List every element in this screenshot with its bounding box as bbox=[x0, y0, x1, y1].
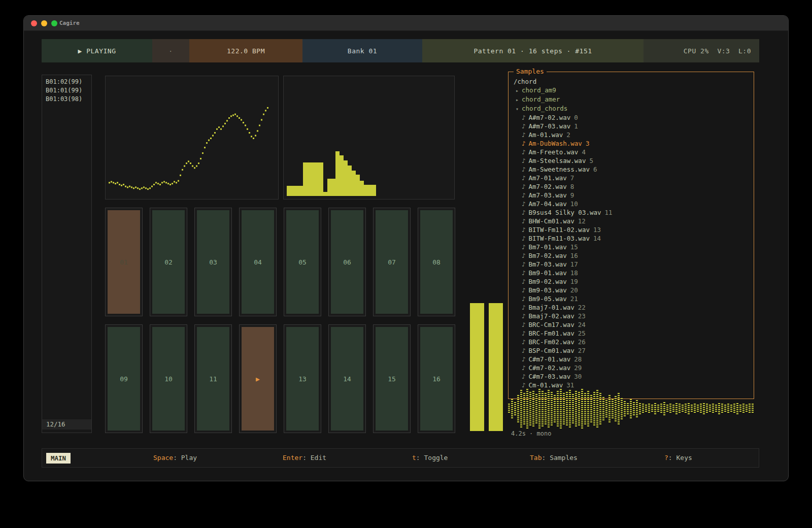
pad-07[interactable]: 07 bbox=[373, 208, 411, 316]
pad-01[interactable]: 01 bbox=[105, 208, 143, 316]
sample-file[interactable]: ♪Am-Freeto.wav4 bbox=[514, 148, 749, 156]
sample-file[interactable]: ♪Am7-03.wav9 bbox=[514, 191, 749, 200]
minimize-button[interactable] bbox=[41, 20, 47, 26]
sample-file[interactable]: ♪Bm9-05.wav21 bbox=[514, 294, 749, 303]
note-icon: ♪ bbox=[522, 286, 526, 294]
sample-file[interactable]: ♪BRC-Cm17.wav24 bbox=[514, 320, 749, 329]
sample-info: 4.2s · mono bbox=[511, 430, 551, 437]
pad-16[interactable]: 16 bbox=[418, 324, 455, 433]
waveform-column bbox=[715, 405, 717, 413]
sample-file[interactable]: ♪B9sus4 Silky 03.wav11 bbox=[514, 208, 749, 217]
waveform-column bbox=[736, 403, 738, 415]
sample-file[interactable]: ♪Bm7-02.wav16 bbox=[514, 251, 749, 260]
waveform-column bbox=[660, 404, 662, 414]
bank-display[interactable]: Bank 01 bbox=[302, 39, 422, 62]
waveform-column bbox=[615, 396, 617, 422]
samples-panel-title: Samples bbox=[514, 68, 547, 75]
pad-04[interactable]: 04 bbox=[239, 208, 277, 316]
waveform-column bbox=[672, 405, 674, 413]
sample-file[interactable]: ♪Bmaj7-02.wav23 bbox=[514, 312, 749, 320]
waveform-column bbox=[566, 392, 568, 425]
hint-key: t bbox=[412, 454, 416, 461]
pad-02[interactable]: 02 bbox=[150, 208, 187, 316]
sample-file[interactable]: ♪Am7-01.wav7 bbox=[514, 174, 749, 182]
sample-file[interactable]: ♪A#m7-02.wav0 bbox=[514, 113, 749, 122]
hint-key: Space bbox=[153, 454, 173, 461]
sample-index: 28 bbox=[574, 355, 582, 363]
zoom-button[interactable] bbox=[51, 20, 57, 26]
pad-15[interactable]: 15 bbox=[373, 324, 411, 433]
sample-file[interactable]: ♪Bm7-03.wav17 bbox=[514, 260, 749, 269]
sample-name: Am-DubWash.wav bbox=[529, 140, 582, 147]
waveform-column bbox=[648, 404, 650, 414]
pad-06[interactable]: 06 bbox=[328, 208, 366, 316]
sample-file[interactable]: ♪C#m7-01.wav28 bbox=[514, 355, 749, 364]
transport-status[interactable]: ▶ PLAYING bbox=[42, 39, 152, 62]
waveform-column bbox=[575, 391, 577, 426]
sample-tree: ▸chord_am9▸chord_amer▾chord_chords♪A#m7-… bbox=[514, 86, 749, 389]
sample-file[interactable]: ♪Am-Steelsaw.wav5 bbox=[514, 156, 749, 165]
sample-file[interactable]: ♪BSP-Cm01.wav27 bbox=[514, 346, 749, 355]
sample-file[interactable]: ♪A#m7-03.wav1 bbox=[514, 122, 749, 130]
sample-file[interactable]: ♪BHW-Cm01.wav12 bbox=[514, 217, 749, 225]
sample-file[interactable]: ♪BITW-Fm11-03.wav14 bbox=[514, 234, 749, 243]
sample-index: 5 bbox=[589, 157, 593, 164]
sample-folder[interactable]: ▸chord_am9 bbox=[514, 86, 749, 95]
sample-name: C#m7-02.wav bbox=[529, 364, 571, 372]
pad-09[interactable]: 09 bbox=[105, 324, 143, 433]
sample-file[interactable]: ♪C#m7-02.wav29 bbox=[514, 364, 749, 372]
note-icon: ♪ bbox=[522, 364, 526, 372]
sample-file[interactable]: ♪Am7-04.wav10 bbox=[514, 200, 749, 208]
pad-14[interactable]: 14 bbox=[328, 324, 366, 433]
waveform-column bbox=[545, 393, 547, 424]
sample-file[interactable]: ♪Am-DubWash.wav3 bbox=[514, 139, 749, 148]
bpm-display[interactable]: 122.0 BPM bbox=[189, 39, 302, 62]
waveform-column bbox=[703, 403, 705, 415]
sample-file[interactable]: ♪Am-Sweetness.wav6 bbox=[514, 165, 749, 174]
sample-file[interactable]: ♪Am7-02.wav8 bbox=[514, 182, 749, 191]
note-icon: ♪ bbox=[522, 208, 526, 217]
sample-index: 0 bbox=[574, 114, 578, 121]
pad-11[interactable]: 11 bbox=[194, 324, 232, 433]
sample-file[interactable]: ♪Bm9-03.wav20 bbox=[514, 286, 749, 294]
sample-file[interactable]: ♪Bm9-01.wav18 bbox=[514, 269, 749, 277]
sample-index: 9 bbox=[570, 191, 574, 199]
sample-name: chord_amer bbox=[522, 95, 560, 103]
pad-13[interactable]: 13 bbox=[284, 324, 321, 433]
sample-file[interactable]: ♪Bm9-02.wav19 bbox=[514, 277, 749, 286]
sample-folder[interactable]: ▾chord_chords bbox=[514, 104, 749, 113]
waveform-column bbox=[563, 393, 565, 424]
sample-file[interactable]: ♪BITW-Fm11-02.wav13 bbox=[514, 225, 749, 234]
pad-10[interactable]: 10 bbox=[150, 324, 187, 433]
note-icon: ♪ bbox=[522, 312, 526, 320]
waveform-column bbox=[596, 390, 598, 427]
sample-index: 26 bbox=[578, 338, 586, 346]
sample-index: 23 bbox=[578, 312, 586, 320]
sample-file[interactable]: ♪Am-01.wav2 bbox=[514, 130, 749, 139]
note-icon: ♪ bbox=[522, 156, 526, 165]
voice-panel: B01:02(99)B01:01(99)B01:03(98) 12/16 bbox=[42, 75, 92, 433]
sample-file[interactable]: ♪BRC-Fm02.wav26 bbox=[514, 338, 749, 346]
sample-folder[interactable]: ▸chord_amer bbox=[514, 95, 749, 104]
key-hint-?: ?: Keys bbox=[664, 449, 692, 467]
pattern-display[interactable]: Pattern 01 · 16 steps · #151 bbox=[422, 39, 644, 62]
pad-03[interactable]: 03 bbox=[194, 208, 232, 316]
metronome-indicator[interactable]: · bbox=[152, 39, 189, 62]
pad-08[interactable]: 08 bbox=[418, 208, 455, 316]
pad-▶[interactable]: ▶ bbox=[239, 324, 277, 433]
sample-name: Bm9-02.wav bbox=[529, 278, 567, 285]
scatter-dots bbox=[106, 76, 278, 199]
note-icon: ♪ bbox=[522, 251, 526, 260]
waveform-column bbox=[560, 389, 562, 428]
voice-list: B01:02(99)B01:01(99)B01:03(98) bbox=[42, 75, 91, 104]
sample-name: A#m7-02.wav bbox=[529, 114, 571, 121]
sample-file[interactable]: ♪C#m7-03.wav30 bbox=[514, 372, 749, 381]
waveform-column bbox=[584, 393, 586, 424]
waveform-column bbox=[739, 405, 741, 413]
sample-file[interactable]: ♪Bmaj7-01.wav22 bbox=[514, 303, 749, 312]
sample-file[interactable]: ♪BRC-Fm01.wav25 bbox=[514, 329, 749, 338]
pad-05[interactable]: 05 bbox=[284, 208, 321, 316]
sample-file[interactable]: ♪Bm7-01.wav15 bbox=[514, 243, 749, 251]
close-button[interactable] bbox=[31, 20, 37, 26]
pad-label: 14 bbox=[331, 327, 363, 431]
